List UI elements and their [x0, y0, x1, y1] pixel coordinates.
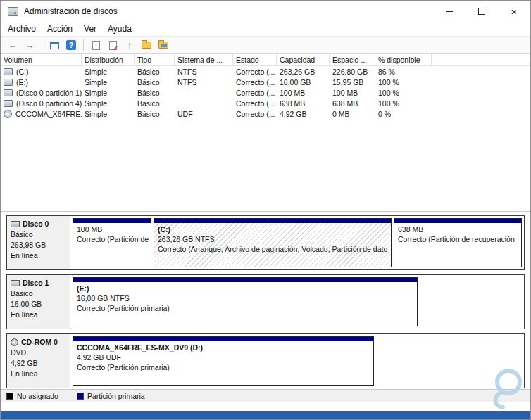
disk-size: 263,98 GB — [11, 240, 66, 250]
partition-status: Correcto (Partición primaria) — [77, 303, 413, 313]
disk-type: Básico — [11, 229, 66, 240]
cd-icon — [11, 338, 18, 346]
disk-label-cdrom-0[interactable]: CD-ROM 0 DVD 4,92 GB En línea — [7, 334, 70, 388]
drive-icon — [4, 100, 13, 107]
graphical-disk-pane: Disco 0 Básico 263,98 GB En línea 100 MB… — [1, 212, 530, 389]
disk-row-cdrom-0: CD-ROM 0 DVD 4,92 GB En línea CCCOMA_X64… — [6, 333, 525, 388]
disk-size: 4,92 GB — [11, 358, 66, 369]
legend-swatch-unallocated — [6, 393, 13, 400]
partition-size: 638 MB — [398, 224, 518, 234]
menu-archivo[interactable]: Archivo — [2, 23, 42, 35]
volume-name-cell: (C:) — [1, 68, 82, 76]
partition-e[interactable]: (E:) 16,00 GB NTFS Correcto (Partición p… — [73, 277, 418, 326]
disk-icon — [11, 280, 20, 286]
maximize-button[interactable] — [466, 1, 498, 22]
column-header-filler — [432, 54, 530, 65]
window-title: Administración de discos — [24, 6, 118, 16]
folder-settings-icon[interactable] — [156, 38, 171, 52]
partition-size: 16,00 GB NTFS — [77, 293, 413, 303]
page-footer-strip — [1, 411, 530, 419]
disk-row-disco-0: Disco 0 Básico 263,98 GB En línea 100 MB… — [6, 215, 525, 270]
maximize-icon — [478, 8, 485, 15]
menubar: Archivo Acción Ver Ayuda — [1, 22, 530, 36]
partition-title: (E:) — [77, 284, 413, 293]
titlebar: Administración de discos × — [1, 1, 530, 22]
disk-status: En línea — [11, 250, 66, 261]
partition-status: Correcto (Partición de s — [77, 234, 147, 244]
toolbar: ← → ? ← ✓ ↑ — [1, 36, 530, 54]
footer-space — [1, 402, 530, 411]
partition-recovery[interactable]: 638 MB Correcto (Partición de recuperaci… — [394, 218, 522, 267]
partition-status: Correcto (Partición de recuperación — [398, 234, 518, 244]
properties-icon[interactable]: ← — [88, 38, 104, 52]
partition-size: 100 MB — [77, 224, 147, 234]
disk-size: 16,00 GB — [11, 299, 66, 310]
partition-size: 263,26 GB NTFS — [158, 234, 387, 244]
close-button[interactable]: × — [498, 1, 530, 22]
disk-type: Básico — [11, 288, 66, 299]
drive-icon — [4, 68, 13, 75]
folder-icon[interactable] — [139, 38, 154, 52]
partition-c[interactable]: (C:) 263,26 GB NTFS Correcto (Arranque, … — [154, 218, 392, 267]
column-header-volumen[interactable]: Volumen — [1, 54, 82, 65]
column-header-distribucion[interactable]: Distribución — [82, 54, 135, 65]
column-header-espacio[interactable]: Espacio ... — [330, 54, 375, 65]
volume-name-cell: (E:) — [1, 78, 82, 87]
column-header-disponible[interactable]: % disponible — [375, 54, 432, 65]
minimize-icon — [446, 11, 453, 12]
column-header-capacidad[interactable]: Capacidad — [277, 54, 330, 65]
menu-ayuda[interactable]: Ayuda — [102, 23, 137, 35]
menu-accion[interactable]: Acción — [42, 23, 78, 35]
table-row[interactable]: (C:) Simple Básico NTFS Correcto (... 26… — [1, 66, 530, 77]
partition-status: Correcto (Partición primaria) — [77, 362, 370, 372]
drive-icon — [4, 79, 13, 86]
table-row[interactable]: (E:) Simple Básico NTFS Correcto (... 16… — [1, 77, 530, 87]
volume-name-cell: (Disco 0 partición 1) — [1, 89, 82, 97]
column-header-estado[interactable]: Estado — [233, 54, 277, 65]
table-header-row: Volumen Distribución Tipo Sistema de ...… — [1, 54, 530, 66]
partition-status: Correcto (Arranque, Archivo de paginació… — [158, 244, 387, 254]
disk-management-window: Administración de discos × Archivo Acció… — [0, 0, 531, 420]
partition-title: CCCOMA_X64FRE_ES-MX_DV9 (D:) — [77, 343, 370, 352]
column-header-tipo[interactable]: Tipo — [135, 54, 175, 65]
close-icon: × — [511, 6, 518, 17]
table-row[interactable]: (Disco 0 partición 4) Simple Básico Corr… — [1, 98, 530, 108]
legend-bar: No asignado Partición primaria — [1, 389, 530, 402]
disk-status: En línea — [11, 310, 66, 320]
minimize-button[interactable] — [433, 1, 466, 22]
app-icon — [8, 7, 18, 16]
volume-name-cell: (Disco 0 partición 4) — [1, 99, 82, 108]
partition-d[interactable]: CCCOMA_X64FRE_ES-MX_DV9 (D:) 4,92 GB UDF… — [73, 336, 374, 386]
legend-item-primary: Partición primaria — [77, 392, 145, 400]
legend-item-unallocated: No asignado — [6, 392, 58, 400]
volume-list-pane: Volumen Distribución Tipo Sistema de ...… — [1, 54, 530, 212]
disk-type: DVD — [11, 348, 66, 358]
disk-status: En línea — [11, 369, 66, 379]
legend-label: No asignado — [17, 392, 58, 400]
toolbar-separator — [42, 39, 42, 51]
menu-ver[interactable]: Ver — [78, 23, 102, 35]
rescan-disks-icon[interactable]: ✓ — [105, 38, 120, 52]
partition-size: 4,92 GB UDF — [77, 352, 370, 362]
partition-system-reserved[interactable]: 100 MB Correcto (Partición de s — [73, 218, 151, 267]
up-level-icon[interactable]: ↑ — [122, 38, 137, 52]
console-tree-icon[interactable] — [46, 38, 62, 52]
disk-row-disco-1: Disco 1 Básico 16,00 GB En línea (E:) 16… — [6, 274, 525, 329]
disk-label-disco-0[interactable]: Disco 0 Básico 263,98 GB En línea — [7, 216, 70, 269]
legend-swatch-primary — [77, 393, 84, 400]
watermark-logo — [480, 364, 527, 412]
help-icon[interactable]: ? — [63, 38, 79, 52]
column-header-sistema[interactable]: Sistema de ... — [175, 54, 233, 65]
disk-icon — [11, 221, 20, 227]
disk-label-disco-1[interactable]: Disco 1 Básico 16,00 GB En línea — [7, 275, 70, 329]
drive-icon — [4, 89, 13, 96]
table-row[interactable]: (Disco 0 partición 1) Simple Básico Corr… — [1, 87, 530, 98]
volume-name-cell: CCCOMA_X64FRE... — [1, 110, 82, 118]
forward-icon[interactable]: → — [22, 38, 37, 52]
legend-label: Partición primaria — [87, 392, 145, 400]
cd-icon — [4, 110, 12, 118]
partition-title: (C:) — [158, 224, 387, 234]
table-row[interactable]: CCCOMA_X64FRE... Simple Básico UDF Corre… — [1, 108, 530, 119]
toolbar-separator — [83, 39, 84, 51]
back-icon[interactable]: ← — [5, 38, 20, 52]
